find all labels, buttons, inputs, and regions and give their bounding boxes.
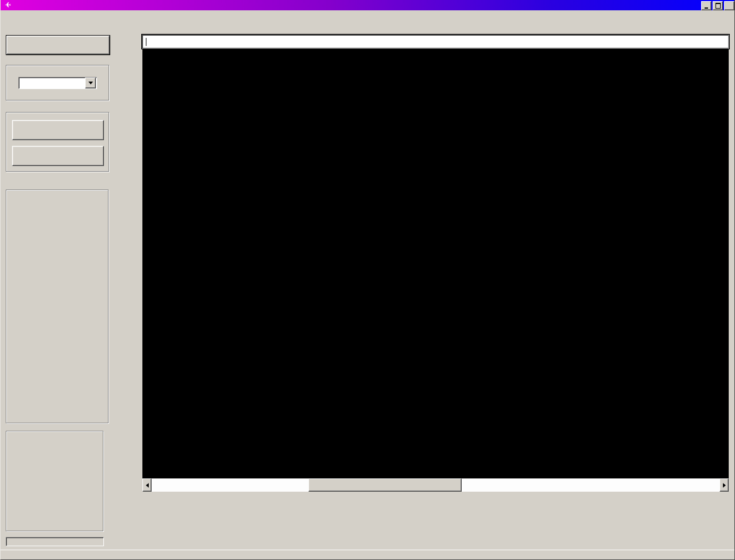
recording-live-button[interactable] bbox=[12, 146, 104, 166]
close-button[interactable] bbox=[724, 1, 734, 10]
get-data-button[interactable] bbox=[6, 36, 110, 55]
title-bar[interactable]: ✈ bbox=[1, 0, 735, 10]
restore-button[interactable] bbox=[713, 1, 723, 10]
chart-plot[interactable] bbox=[142, 49, 729, 478]
scroll-left-button[interactable] bbox=[142, 478, 152, 492]
scroll-right-button[interactable] bbox=[719, 478, 729, 492]
notes-input[interactable] bbox=[142, 34, 729, 49]
minimize-icon bbox=[705, 7, 708, 9]
bottom-strip bbox=[1, 550, 735, 560]
chart-scrollbar[interactable] bbox=[142, 478, 729, 492]
status-field bbox=[6, 537, 104, 546]
mission-select-dropdown-button[interactable] bbox=[85, 78, 96, 88]
app-icon: ✈ bbox=[2, 1, 11, 9]
window-controls bbox=[701, 1, 734, 10]
mission-select[interactable] bbox=[18, 77, 97, 89]
arrow-left-icon bbox=[146, 483, 149, 488]
chevron-down-icon bbox=[88, 82, 93, 84]
minimize-button[interactable] bbox=[701, 1, 711, 10]
app-window: ✈ bbox=[0, 0, 735, 560]
display-button[interactable] bbox=[12, 120, 104, 140]
menu-bar bbox=[1, 10, 735, 22]
text-caret bbox=[146, 38, 146, 46]
restore-icon bbox=[715, 3, 721, 9]
statistics-box bbox=[6, 190, 109, 423]
chart-svg bbox=[142, 49, 729, 478]
legend-group bbox=[6, 431, 103, 531]
scrollbar-thumb[interactable] bbox=[308, 478, 462, 492]
arrow-right-icon bbox=[723, 483, 726, 488]
